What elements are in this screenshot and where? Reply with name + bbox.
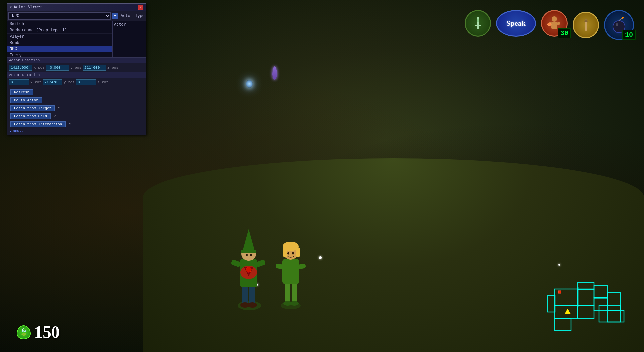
fetch-target-help: ?	[58, 106, 60, 110]
actor-position-header: Actor Position	[7, 57, 146, 63]
position-row: x pos y pos z pos	[7, 63, 146, 72]
list-item-npc[interactable]: NPC	[7, 46, 112, 52]
speak-label: Speak	[506, 19, 525, 28]
svg-marker-37	[584, 18, 588, 22]
x-rot-input[interactable]	[9, 79, 29, 85]
x-pos-label: x pos	[34, 66, 45, 70]
svg-rect-16	[292, 282, 297, 304]
svg-point-40	[622, 17, 624, 19]
buttons-section: Refresh Go to Actor Fetch from Target ? …	[7, 87, 146, 135]
fetch-held-help: ?	[54, 114, 56, 118]
window-title-label: Actor Viewer	[14, 5, 42, 10]
svg-point-13	[250, 254, 252, 256]
svg-rect-11	[241, 250, 256, 253]
bomb-counter: 10	[622, 30, 636, 40]
list-item-switch[interactable]: Switch	[7, 21, 112, 27]
svg-rect-56	[578, 287, 579, 307]
go-to-actor-row: Go to Actor	[7, 96, 146, 104]
arrow-counter: 30	[558, 28, 571, 38]
svg-point-7	[246, 267, 251, 272]
svg-point-35	[547, 23, 551, 26]
y-rot-label: y rot	[64, 80, 75, 84]
y-pos-label: y pos	[70, 66, 81, 70]
svg-point-27	[292, 252, 294, 255]
fairy-1	[246, 80, 253, 88]
fetch-target-row: Fetch from Target ?	[7, 104, 146, 112]
svg-rect-21	[298, 263, 306, 269]
rotation-row: x rot y rot z rot	[7, 78, 146, 87]
characters-scene	[193, 193, 326, 319]
quiver-icon	[573, 12, 599, 38]
list-item-enemy[interactable]: Enemy	[7, 52, 112, 57]
z-rot-input[interactable]	[76, 79, 96, 85]
fetch-from-target-button[interactable]: Fetch from Target	[10, 105, 55, 111]
fetch-interaction-help: ?	[69, 122, 71, 126]
svg-rect-15	[285, 282, 290, 304]
svg-rect-32	[551, 22, 557, 29]
fetch-from-interaction-button[interactable]: Fetch from Interaction	[10, 121, 66, 127]
svg-rect-19	[282, 259, 299, 284]
speak-button[interactable]: Speak	[496, 10, 536, 37]
rupee-icon: 🍃	[17, 325, 31, 339]
svg-marker-30	[477, 17, 479, 22]
dropdown-row: NPC Switch Background (Prop type 1) Play…	[7, 11, 146, 21]
fetch-interaction-row: Fetch from Interaction ?	[7, 120, 146, 128]
hud-top-right: Speak 30	[465, 7, 634, 40]
rupee-count: 150	[34, 322, 60, 342]
window-titlebar: ▼ Actor Viewer ×	[7, 4, 146, 11]
actor-viewer-window: ▼ Actor Viewer × NPC Switch Background (…	[7, 3, 146, 135]
sword-icon	[465, 10, 491, 37]
dropdown-arrow-btn[interactable]: ▼	[112, 13, 118, 19]
svg-point-31	[552, 16, 557, 22]
svg-rect-24	[283, 247, 287, 257]
new-link[interactable]: New...	[7, 128, 146, 133]
actor-type-label: Actor Type	[119, 14, 145, 18]
fetch-from-held-button[interactable]: Fetch from Held	[10, 113, 51, 119]
svg-point-4	[248, 302, 257, 308]
y-rot-input[interactable]	[43, 79, 62, 85]
ocarina-icon-container: 30	[541, 10, 568, 37]
z-rot-label: z rot	[97, 80, 108, 84]
fetch-held-row: Fetch from Held ?	[7, 112, 146, 120]
svg-rect-20	[275, 263, 283, 269]
svg-point-41	[616, 23, 618, 26]
z-pos-input[interactable]	[83, 65, 106, 71]
bomb-icon-container: 10	[604, 10, 634, 40]
actor-right-label: Actor	[114, 22, 126, 27]
dropdown-arrow-icon: ▼	[114, 14, 116, 18]
svg-point-18	[290, 301, 299, 306]
x-pos-input[interactable]	[9, 65, 32, 71]
list-item-bomb[interactable]: Bomb	[7, 40, 112, 46]
z-pos-label: z pos	[107, 66, 118, 70]
actor-rotation-header: Actor Rotation	[7, 72, 146, 78]
quiver-icon-container	[573, 12, 599, 38]
list-left: Switch Background (Prop type 1) Player B…	[7, 21, 113, 57]
list-item-player[interactable]: Player	[7, 34, 112, 40]
list-item-background[interactable]: Background (Prop type 1)	[7, 27, 112, 34]
svg-rect-8	[231, 259, 241, 268]
fairy-2	[272, 66, 277, 80]
x-rot-label: x rot	[30, 80, 41, 84]
svg-rect-25	[296, 247, 300, 257]
refresh-row: Refresh	[7, 88, 146, 96]
svg-point-12	[246, 254, 248, 256]
list-right: Actor	[113, 21, 146, 57]
actor-type-dropdown[interactable]: NPC Switch Background (Prop type 1) Play…	[8, 12, 111, 20]
new-label: New...	[13, 129, 26, 133]
refresh-button[interactable]: Refresh	[10, 89, 33, 95]
rupee-counter: 🍃 150	[17, 322, 60, 342]
title-arrow-icon: ▼	[10, 6, 12, 9]
go-to-actor-button[interactable]: Go to Actor	[10, 97, 42, 103]
window-close-button[interactable]: ×	[138, 5, 143, 10]
svg-rect-42	[528, 262, 634, 345]
minimap	[528, 262, 634, 345]
y-pos-input[interactable]	[46, 65, 69, 71]
svg-point-26	[287, 252, 289, 255]
svg-rect-55	[594, 297, 607, 299]
list-area: Switch Background (Prop type 1) Player B…	[7, 21, 146, 57]
svg-rect-58	[558, 291, 561, 293]
window-title: ▼ Actor Viewer	[10, 5, 42, 10]
